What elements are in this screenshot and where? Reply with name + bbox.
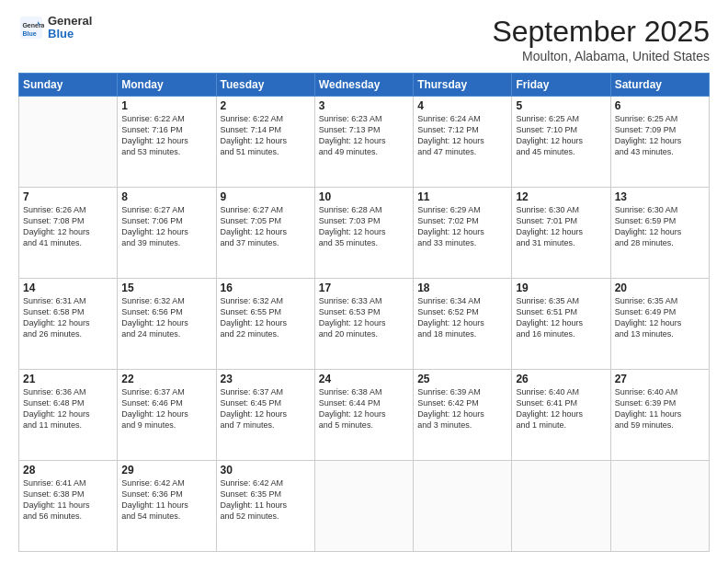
calendar-cell: 5Sunrise: 6:25 AM Sunset: 7:10 PM Daylig… [512,97,610,188]
day-number: 20 [615,282,705,294]
day-number: 23 [221,373,311,385]
day-info: Sunrise: 6:39 AM Sunset: 6:42 PM Dayligh… [417,386,507,431]
day-number: 18 [417,282,507,294]
day-info: Sunrise: 6:37 AM Sunset: 6:45 PM Dayligh… [221,386,311,431]
calendar-cell: 1Sunrise: 6:22 AM Sunset: 7:16 PM Daylig… [118,97,216,188]
day-info: Sunrise: 6:35 AM Sunset: 6:49 PM Dayligh… [615,295,705,340]
calendar-cell: 16Sunrise: 6:32 AM Sunset: 6:55 PM Dayli… [216,279,314,370]
calendar-cell: 15Sunrise: 6:32 AM Sunset: 6:56 PM Dayli… [118,279,216,370]
day-info: Sunrise: 6:30 AM Sunset: 7:01 PM Dayligh… [516,204,606,249]
col-header-wednesday: Wednesday [314,74,413,97]
day-number: 8 [121,190,211,203]
header: General Blue General Blue September 2025… [18,15,710,63]
day-number: 5 [516,99,606,112]
logo: General Blue General Blue [18,15,92,41]
day-number: 22 [121,373,211,385]
calendar-table: SundayMondayTuesdayWednesdayThursdayFrid… [18,73,710,552]
day-info: Sunrise: 6:32 AM Sunset: 6:55 PM Dayligh… [221,295,311,340]
day-info: Sunrise: 6:25 AM Sunset: 7:10 PM Dayligh… [516,113,606,158]
svg-text:General: General [22,22,44,29]
calendar-cell: 10Sunrise: 6:28 AM Sunset: 7:03 PM Dayli… [314,188,413,279]
calendar-cell [512,461,610,552]
calendar-cell: 22Sunrise: 6:37 AM Sunset: 6:46 PM Dayli… [118,370,216,461]
calendar-week-row: 7Sunrise: 6:26 AM Sunset: 7:08 PM Daylig… [19,188,710,279]
calendar-week-row: 21Sunrise: 6:36 AM Sunset: 6:48 PM Dayli… [19,370,710,461]
svg-text:Blue: Blue [22,30,36,37]
location: Moulton, Alabama, United States [492,49,710,63]
calendar-header-row: SundayMondayTuesdayWednesdayThursdayFrid… [19,74,710,97]
day-info: Sunrise: 6:42 AM Sunset: 6:36 PM Dayligh… [121,477,211,523]
logo-line1: General [48,15,92,28]
day-info: Sunrise: 6:22 AM Sunset: 7:14 PM Dayligh… [221,113,311,158]
day-info: Sunrise: 6:27 AM Sunset: 7:06 PM Dayligh… [121,204,211,249]
calendar-cell: 12Sunrise: 6:30 AM Sunset: 7:01 PM Dayli… [512,188,610,279]
day-number: 28 [23,464,113,477]
calendar-week-row: 14Sunrise: 6:31 AM Sunset: 6:58 PM Dayli… [19,279,710,370]
calendar-cell [314,461,413,552]
col-header-thursday: Thursday [414,74,512,97]
calendar-cell: 28Sunrise: 6:41 AM Sunset: 6:38 PM Dayli… [19,461,118,552]
day-number: 24 [319,373,409,385]
day-number: 17 [319,282,409,294]
calendar-cell: 23Sunrise: 6:37 AM Sunset: 6:45 PM Dayli… [216,370,314,461]
day-info: Sunrise: 6:42 AM Sunset: 6:35 PM Dayligh… [221,477,311,523]
calendar-cell: 7Sunrise: 6:26 AM Sunset: 7:08 PM Daylig… [19,188,118,279]
day-number: 1 [121,99,211,112]
day-number: 10 [319,190,409,203]
day-number: 27 [615,373,705,385]
day-info: Sunrise: 6:26 AM Sunset: 7:08 PM Dayligh… [23,204,113,249]
day-number: 30 [221,464,311,477]
day-info: Sunrise: 6:33 AM Sunset: 6:53 PM Dayligh… [319,295,409,340]
day-number: 9 [221,190,311,203]
calendar-cell: 14Sunrise: 6:31 AM Sunset: 6:58 PM Dayli… [19,279,118,370]
day-info: Sunrise: 6:40 AM Sunset: 6:39 PM Dayligh… [615,386,705,431]
calendar-cell: 2Sunrise: 6:22 AM Sunset: 7:14 PM Daylig… [216,97,314,188]
day-info: Sunrise: 6:34 AM Sunset: 6:52 PM Dayligh… [417,295,507,340]
calendar-cell [610,461,709,552]
calendar-cell: 18Sunrise: 6:34 AM Sunset: 6:52 PM Dayli… [414,279,512,370]
day-number: 19 [516,282,606,294]
day-number: 16 [221,282,311,294]
calendar-cell: 29Sunrise: 6:42 AM Sunset: 6:36 PM Dayli… [118,461,216,552]
col-header-monday: Monday [118,74,216,97]
day-number: 15 [121,282,211,294]
day-number: 26 [516,373,606,385]
day-info: Sunrise: 6:31 AM Sunset: 6:58 PM Dayligh… [23,295,113,340]
day-info: Sunrise: 6:32 AM Sunset: 6:56 PM Dayligh… [121,295,211,340]
logo-line2: Blue [48,28,92,40]
day-info: Sunrise: 6:41 AM Sunset: 6:38 PM Dayligh… [23,477,113,523]
day-info: Sunrise: 6:22 AM Sunset: 7:16 PM Dayligh… [121,113,211,158]
day-info: Sunrise: 6:35 AM Sunset: 6:51 PM Dayligh… [516,295,606,340]
calendar-cell: 24Sunrise: 6:38 AM Sunset: 6:44 PM Dayli… [314,370,413,461]
day-number: 7 [23,190,113,203]
calendar-cell: 30Sunrise: 6:42 AM Sunset: 6:35 PM Dayli… [216,461,314,552]
day-info: Sunrise: 6:23 AM Sunset: 7:13 PM Dayligh… [319,113,409,158]
day-info: Sunrise: 6:25 AM Sunset: 7:09 PM Dayligh… [615,113,705,158]
calendar-cell: 6Sunrise: 6:25 AM Sunset: 7:09 PM Daylig… [610,97,709,188]
day-info: Sunrise: 6:37 AM Sunset: 6:46 PM Dayligh… [121,386,211,431]
day-info: Sunrise: 6:36 AM Sunset: 6:48 PM Dayligh… [23,386,113,431]
day-info: Sunrise: 6:29 AM Sunset: 7:02 PM Dayligh… [417,204,507,249]
day-info: Sunrise: 6:27 AM Sunset: 7:05 PM Dayligh… [221,204,311,249]
day-number: 21 [23,373,113,385]
calendar-week-row: 1Sunrise: 6:22 AM Sunset: 7:16 PM Daylig… [19,97,710,188]
calendar-cell [19,97,118,188]
day-number: 25 [417,373,507,385]
calendar-cell: 19Sunrise: 6:35 AM Sunset: 6:51 PM Dayli… [512,279,610,370]
calendar-cell: 17Sunrise: 6:33 AM Sunset: 6:53 PM Dayli… [314,279,413,370]
day-number: 13 [615,190,705,203]
day-number: 4 [417,99,507,112]
day-info: Sunrise: 6:40 AM Sunset: 6:41 PM Dayligh… [516,386,606,431]
month-title: September 2025 [492,15,710,49]
calendar-cell: 4Sunrise: 6:24 AM Sunset: 7:12 PM Daylig… [414,97,512,188]
calendar-cell: 9Sunrise: 6:27 AM Sunset: 7:05 PM Daylig… [216,188,314,279]
col-header-saturday: Saturday [610,74,709,97]
calendar-cell: 13Sunrise: 6:30 AM Sunset: 6:59 PM Dayli… [610,188,709,279]
calendar-cell: 3Sunrise: 6:23 AM Sunset: 7:13 PM Daylig… [314,97,413,188]
day-info: Sunrise: 6:24 AM Sunset: 7:12 PM Dayligh… [417,113,507,158]
day-info: Sunrise: 6:38 AM Sunset: 6:44 PM Dayligh… [319,386,409,431]
calendar-cell: 21Sunrise: 6:36 AM Sunset: 6:48 PM Dayli… [19,370,118,461]
calendar-cell [414,461,512,552]
col-header-tuesday: Tuesday [216,74,314,97]
col-header-sunday: Sunday [19,74,118,97]
